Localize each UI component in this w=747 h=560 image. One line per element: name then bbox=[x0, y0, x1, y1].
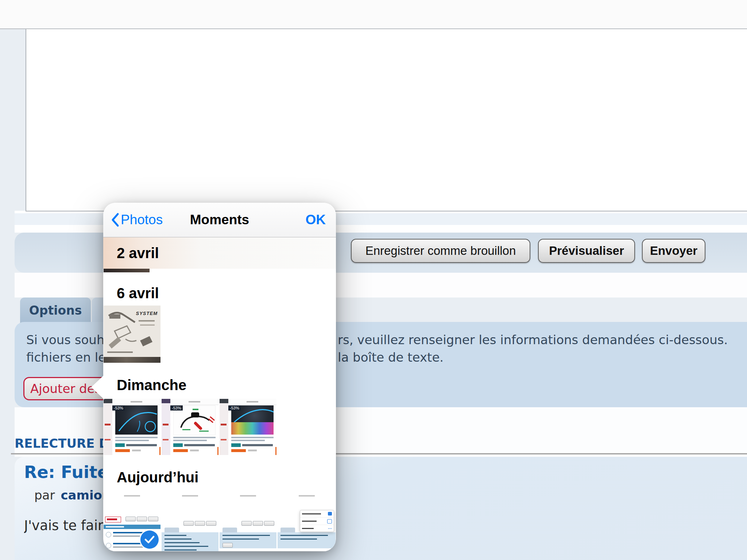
photo-thumbnail-partial[interactable] bbox=[104, 269, 150, 272]
attach-menu-graphic: ⋯ bbox=[300, 510, 334, 532]
send-button[interactable]: Envoyer bbox=[642, 239, 705, 263]
section-label: 2 avril bbox=[103, 245, 159, 261]
scan-bottom-strip bbox=[104, 357, 160, 363]
price-bar bbox=[115, 449, 130, 452]
post-byline: par camion bbox=[28, 488, 103, 502]
save-draft-button[interactable]: Enregistrer comme brouillon bbox=[351, 239, 530, 263]
neon-coils-graphic bbox=[231, 422, 274, 435]
section-header-2-avril: 2 avril bbox=[103, 237, 336, 269]
preview-button[interactable]: Prévisualiser bbox=[538, 239, 635, 263]
section-header-dimanche: Dimanche bbox=[103, 377, 336, 393]
attach-instructions-line1-left: Si vous souh bbox=[26, 332, 104, 347]
attach-instructions-line2-right: la boîte de texte. bbox=[338, 350, 444, 365]
selected-check-icon[interactable] bbox=[140, 530, 159, 549]
scan-title-text: SYSTEM bbox=[136, 311, 158, 316]
byline-author-link[interactable]: camion bbox=[61, 488, 103, 502]
section-header-6-avril: 6 avril bbox=[103, 285, 336, 302]
photo-thumbnail-forum-post-page[interactable] bbox=[162, 493, 218, 551]
photo-thumbnail-car-led-2[interactable]: -53% bbox=[220, 399, 276, 455]
attach-instructions-line1-right: rs, veuillez renseigner les informations… bbox=[338, 332, 728, 347]
price-bar bbox=[231, 449, 246, 452]
thumb-left-sliver bbox=[162, 399, 170, 455]
photo-thumbnail-forum-post-page[interactable] bbox=[220, 493, 276, 551]
popover-arrow bbox=[91, 375, 104, 400]
section-label: Dimanche bbox=[103, 377, 186, 393]
discount-badge: -53% bbox=[228, 405, 241, 411]
thumb-main: -53% bbox=[170, 399, 218, 455]
discount-badge: -53% bbox=[170, 405, 183, 411]
section-header-aujourdhui: Aujourd’hui bbox=[103, 469, 336, 486]
byline-prefix: par bbox=[34, 488, 55, 502]
thumb-left-sliver bbox=[220, 399, 228, 455]
photo-thumbnail-adapter[interactable]: -53% bbox=[162, 399, 218, 455]
tab-options[interactable]: Options bbox=[20, 298, 91, 323]
thumb-main: -53% bbox=[228, 399, 276, 455]
thumb-left-sliver bbox=[104, 399, 112, 455]
photo-thumbnail-system-scan[interactable]: SYSTEM bbox=[104, 306, 160, 363]
thumb-main: -53% bbox=[112, 399, 160, 455]
attach-instructions-line2-left: fichiers en le bbox=[26, 350, 106, 365]
browser-top-bar bbox=[0, 0, 747, 29]
photo-picker-popover: Photos Moments OK 2 avril 6 avril SYSTEM… bbox=[103, 203, 336, 551]
photo-thumbnail-car-led-1[interactable]: -53% bbox=[104, 399, 160, 455]
message-textarea[interactable] bbox=[26, 28, 747, 211]
post-preview-text: J'vais te fair bbox=[24, 518, 103, 533]
price-bar bbox=[173, 449, 188, 452]
discount-badge: -53% bbox=[112, 405, 125, 411]
photo-thumbnail-forum-attach-menu[interactable]: ⋯ bbox=[278, 493, 336, 551]
section-label: 6 avril bbox=[103, 285, 159, 302]
ok-button[interactable]: OK bbox=[306, 203, 326, 237]
topic-title-link[interactable]: Re: Fuite d bbox=[24, 462, 103, 482]
popover-title: Moments bbox=[103, 203, 336, 237]
section-label: Aujourd’hui bbox=[103, 469, 198, 486]
